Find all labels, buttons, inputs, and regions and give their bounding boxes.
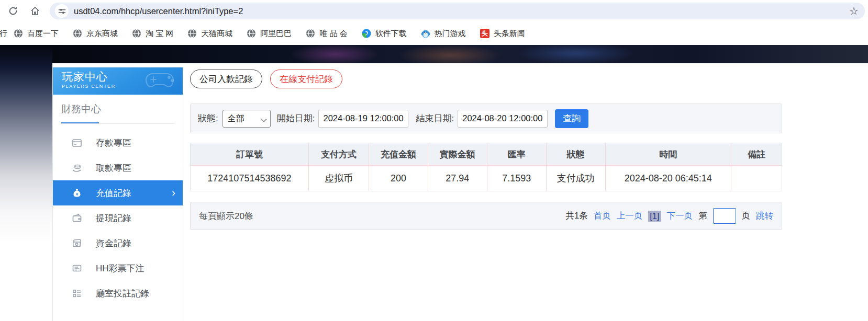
toutiao-favicon: 头 [480, 29, 489, 38]
browser-toolbar: usdt04.com/hhcp/usercenter.html?iniType=… [0, 0, 868, 22]
table-header-cell: 時間 [606, 143, 731, 166]
table-cell: 200 [369, 166, 428, 191]
table-header-cell: 備註 [731, 143, 782, 166]
withdraw-hand-icon [71, 162, 83, 174]
bookmark-item[interactable]: 热门游戏 [421, 29, 466, 39]
table-header-cell: 實際金額 [428, 143, 487, 166]
records-table: 訂單號支付方式充值金額實際金額匯率狀態時間備註 1724107514538692… [190, 143, 782, 191]
sidebar-item-wallet[interactable]: 提現記錄› [53, 205, 183, 231]
table-body: 1724107514538692虚拟币20027.947.1593支付成功202… [191, 166, 782, 191]
start-date-input[interactable] [318, 110, 408, 128]
bookmark-item[interactable]: 淘 宝 网 [132, 29, 173, 39]
bookmark-item-clipped[interactable]: 行 [0, 29, 7, 39]
site-settings-icon[interactable] [55, 4, 69, 18]
table-header-cell: 充值金額 [369, 143, 428, 166]
left-background-gradient [0, 45, 52, 321]
jump-page-input[interactable] [713, 208, 736, 224]
table-cell [731, 166, 782, 191]
bookmark-star-icon[interactable]: ☆ [849, 6, 859, 16]
end-date-label: 結束日期: [416, 112, 454, 124]
sidebar-item-banknotes[interactable]: 資金記錄› [53, 231, 183, 256]
bookmark-item[interactable]: 唯 品 会 [306, 29, 347, 39]
table-cell: 虚拟币 [309, 166, 369, 191]
sidebar-item-label: 取款專區 [96, 162, 175, 174]
filter-panel: 狀態: 全部 開始日期: 結束日期: 查詢 [190, 104, 782, 133]
wallet-icon [71, 212, 83, 224]
home-icon[interactable] [26, 2, 44, 20]
sidebar-item-label: 提現記錄 [96, 212, 175, 224]
url-text[interactable]: usdt04.com/hhcp/usercenter.html?iniType=… [74, 6, 849, 16]
jump-prefix-label: 第 [698, 210, 707, 222]
jump-action-link[interactable]: 跳转 [756, 210, 773, 222]
sidebar-banner: 玩家中心 PLAYERS CENTER [53, 67, 183, 95]
globe-favicon [306, 29, 315, 38]
tab-company-deposit-records[interactable]: 公司入款記錄 [190, 70, 262, 88]
sidebar-item-grid-list[interactable]: 廳室投註記錄› [53, 281, 183, 306]
ticket-list-icon [71, 262, 83, 274]
deposit-card-icon [71, 137, 83, 148]
jump-suffix-label: 页 [742, 210, 751, 222]
players-center-sidebar: 玩家中心 PLAYERS CENTER 財務中心 存款專區›取款專區›¥充值記錄… [52, 67, 183, 321]
bookmark-item[interactable]: 软件下载 [362, 29, 407, 39]
end-date-input[interactable] [458, 110, 548, 128]
reload-icon[interactable] [4, 2, 22, 20]
current-page-indicator: [1] [648, 211, 661, 222]
table-header-cell: 匯率 [487, 143, 547, 166]
table-cell: 1724107514538692 [191, 166, 309, 191]
bookmark-label: 淘 宝 网 [146, 29, 173, 39]
page-size-text: 每頁顯示20條 [199, 210, 253, 222]
total-count-text: 共1条 [565, 210, 587, 222]
bookmark-label: 软件下载 [375, 29, 407, 39]
bookmark-label: 京东商城 [86, 29, 118, 39]
bookmark-label: 唯 品 会 [319, 29, 347, 39]
bookmarks-list: 百度一下京东商城淘 宝 网天猫商城阿里巴巴唯 品 会软件下载热门游戏头头条新闻 [14, 29, 539, 39]
table-header-cell: 支付方式 [309, 143, 369, 166]
bookmark-label: 热门游戏 [435, 29, 466, 39]
address-bar[interactable]: usdt04.com/hhcp/usercenter.html?iniType=… [50, 3, 865, 19]
sidebar-item-money-bag[interactable]: ¥充值記錄› [53, 180, 183, 205]
bookmark-item[interactable]: 阿里巴巴 [247, 29, 292, 39]
globe-favicon [247, 29, 256, 38]
table-row: 1724107514538692虚拟币20027.947.1593支付成功202… [191, 166, 782, 191]
sidebar-item-label: HH彩票下注 [96, 262, 175, 274]
sidebar-menu: 存款專區›取款專區›¥充值記錄›提現記錄›資金記錄›HH彩票下注›廳室投註記錄› [53, 130, 183, 306]
page-body: 玩家中心 PLAYERS CENTER 財務中心 存款專區›取款專區›¥充值記錄… [0, 45, 868, 321]
bookmark-item[interactable]: 京东商城 [73, 29, 118, 39]
first-page-link[interactable]: 首页 [594, 210, 611, 222]
sidebar-item-deposit-card[interactable]: 存款專區› [53, 130, 183, 155]
globe-favicon [14, 29, 23, 38]
sidebar-item-withdraw-hand[interactable]: 取款專區› [53, 155, 183, 180]
sidebar-item-label: 資金記錄 [96, 237, 175, 249]
table-cell: 7.1593 [487, 166, 547, 191]
gamepad-icon [145, 70, 179, 94]
sidebar-section-title: 財務中心 [61, 102, 183, 116]
bookmark-item[interactable]: 头头条新闻 [480, 29, 525, 39]
globe-favicon [73, 29, 82, 38]
bookmark-label: 阿里巴巴 [260, 29, 292, 39]
banknotes-icon [71, 237, 83, 249]
bookmark-label: 头条新闻 [494, 29, 525, 39]
bookmark-item[interactable]: 百度一下 [14, 29, 59, 39]
bookmark-label: 百度一下 [27, 29, 59, 39]
prev-page-link[interactable]: 上一页 [617, 210, 643, 222]
tab-online-payment-records[interactable]: 在線支付記錄 [270, 70, 342, 88]
next-page-link[interactable]: 下一页 [667, 210, 693, 222]
game-penguin-favicon [421, 29, 430, 38]
table-header-cell: 訂單號 [191, 143, 309, 166]
table-cell: 27.94 [428, 166, 487, 191]
sidebar-item-label: 充值記錄 [96, 187, 172, 199]
table-cell: 支付成功 [547, 166, 606, 191]
sidebar-item-label: 存款專區 [96, 137, 175, 149]
sidebar-item-ticket-list[interactable]: HH彩票下注› [53, 256, 183, 281]
query-button[interactable]: 查詢 [555, 109, 588, 128]
globe-favicon [132, 29, 141, 38]
bookmark-item[interactable]: 天猫商城 [187, 29, 232, 39]
pagination-bar: 每頁顯示20條 共1条 首页 上一页 [1] 下一页 第 页 跳转 [190, 202, 782, 230]
bookmarks-bar: 行 百度一下京东商城淘 宝 网天猫商城阿里巴巴唯 品 会软件下载热门游戏头头条新… [0, 22, 868, 45]
chevron-right-icon: › [172, 187, 175, 198]
status-select[interactable]: 全部 [222, 110, 271, 128]
grid-list-icon [71, 288, 83, 299]
main-content: 公司入款記錄 在線支付記錄 狀態: 全部 開始日期: 結束日期: 查詢 訂單號支… [190, 45, 782, 321]
start-date-label: 開始日期: [277, 112, 315, 124]
bookmark-label: 天猫商城 [201, 29, 232, 39]
